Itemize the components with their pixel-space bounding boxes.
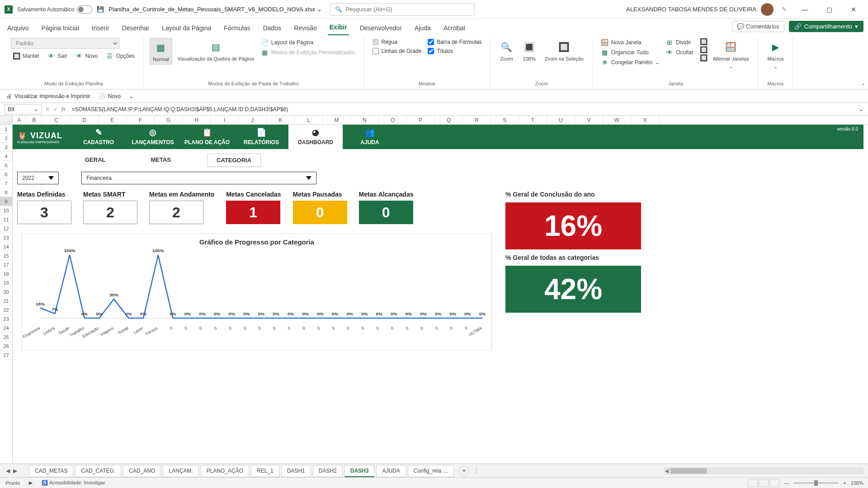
- dividir[interactable]: ⊞Dividir: [664, 38, 695, 47]
- layout-view[interactable]: 📄Layout da Página: [259, 38, 358, 47]
- view-buttons[interactable]: [748, 479, 779, 487]
- organizar[interactable]: ▦Organizar Tudo: [599, 48, 661, 57]
- row-18[interactable]: 18: [0, 269, 12, 278]
- sheet-tab[interactable]: Config_rela …: [408, 465, 454, 477]
- minimize-button[interactable]: —: [795, 3, 815, 16]
- row-21[interactable]: 21: [0, 296, 12, 305]
- autosave-toggle[interactable]: Salvamento Automático: [17, 5, 92, 14]
- pagebreak-view[interactable]: ▤Visualização da Quebra de Página: [175, 38, 257, 64]
- chk-titulos[interactable]: Títulos: [426, 47, 483, 55]
- zoom100-btn[interactable]: 🔳100%: [519, 38, 539, 64]
- zoomsel-btn[interactable]: 🔲Zoom na Seleção: [542, 38, 586, 64]
- name-box[interactable]: B9⌄: [5, 104, 42, 114]
- col-O[interactable]: O: [379, 116, 407, 124]
- sheet-tab[interactable]: DASH1: [281, 465, 311, 477]
- zoom-in[interactable]: +: [843, 480, 846, 486]
- subtab-geral[interactable]: GERAL: [76, 154, 115, 167]
- dash-tab-cadastro[interactable]: ✎CADASTRO: [71, 125, 126, 149]
- row-13[interactable]: 13: [0, 233, 12, 242]
- row-2[interactable]: 2: [0, 134, 12, 143]
- col-N[interactable]: N: [351, 116, 379, 124]
- col-C[interactable]: C: [42, 116, 71, 124]
- row-19[interactable]: 19: [0, 278, 12, 287]
- dash-tab-relatórios[interactable]: 📄RELATÓRIOS: [234, 125, 288, 149]
- menu-exibir[interactable]: Exibir: [328, 21, 349, 35]
- chk-barra[interactable]: Barra de Fórmulas: [426, 38, 483, 46]
- nova-janela[interactable]: 🪟Nova Janela: [599, 38, 661, 47]
- row-15[interactable]: 15: [0, 251, 12, 260]
- col-K[interactable]: K: [267, 116, 295, 124]
- row-20[interactable]: 20: [0, 287, 12, 296]
- qat-dropdown[interactable]: ⌄: [129, 93, 133, 99]
- row-8[interactable]: 8: [0, 188, 12, 197]
- sheet-tab[interactable]: CAD_CATEG.: [75, 465, 121, 477]
- category-dropdown[interactable]: Financeira: [81, 172, 316, 184]
- menu-inicio[interactable]: Página Inicial: [39, 22, 80, 35]
- maximize-button[interactable]: ▢: [819, 3, 839, 16]
- menu-dados[interactable]: Dados: [261, 22, 283, 35]
- more-tabs[interactable]: ⋮: [474, 468, 479, 474]
- row-17[interactable]: 17: [0, 260, 12, 269]
- row-27[interactable]: 27: [0, 351, 12, 360]
- row-23[interactable]: 23: [0, 314, 12, 324]
- row-6[interactable]: 6: [0, 170, 12, 179]
- menu-ajuda[interactable]: Ajuda: [413, 22, 433, 35]
- sheet-tab[interactable]: CAD_ANO: [123, 465, 161, 477]
- macro-icon[interactable]: ▶: [29, 480, 33, 486]
- dash-tab-dashboard[interactable]: ◕DASHBOARD: [288, 125, 343, 149]
- menu-revisao[interactable]: Revisão: [292, 22, 319, 35]
- ocultar[interactable]: 👁Ocultar: [664, 48, 695, 57]
- win-icon[interactable]: 🔲: [700, 38, 708, 45]
- col-R[interactable]: R: [463, 116, 491, 124]
- menu-arquivo[interactable]: Arquivo: [5, 22, 30, 35]
- col-E[interactable]: E: [99, 116, 127, 124]
- row-7[interactable]: 7: [0, 179, 12, 188]
- row-1[interactable]: 1: [0, 125, 12, 134]
- col-H[interactable]: H: [183, 116, 211, 124]
- sheet-tab[interactable]: PLANO_AÇÃO: [201, 465, 249, 477]
- avatar[interactable]: [761, 3, 774, 16]
- win-icon[interactable]: 🔲: [700, 46, 708, 53]
- col-I[interactable]: I: [211, 116, 239, 124]
- share-button[interactable]: 🔗 Compartilhamento ▾: [789, 21, 863, 32]
- close-button[interactable]: ✕: [844, 3, 863, 16]
- sheet-tab[interactable]: DASH3: [344, 465, 375, 477]
- col-S[interactable]: S: [491, 116, 519, 124]
- col-P[interactable]: P: [407, 116, 435, 124]
- subtab-metas[interactable]: METAS: [142, 154, 180, 167]
- novo-btn[interactable]: 📄Novo: [99, 93, 121, 99]
- zoom-value[interactable]: 100%: [851, 480, 863, 486]
- save-icon[interactable]: 💾: [97, 6, 104, 13]
- row-14[interactable]: 14: [0, 242, 12, 251]
- menu-dev[interactable]: Desenvolvedor: [358, 22, 404, 35]
- formula-input[interactable]: =SOMASES(LANÇAM.!P:P;LANÇAM.!Q:Q;DASH3!$…: [69, 105, 855, 113]
- macros[interactable]: ▶Macros ⌄: [764, 38, 786, 71]
- col-Q[interactable]: Q: [435, 116, 463, 124]
- col-J[interactable]: J: [239, 116, 267, 124]
- col-B[interactable]: B: [26, 116, 42, 124]
- row-24[interactable]: 24: [0, 324, 12, 333]
- sheet-tab[interactable]: AJUDA: [376, 465, 406, 477]
- subtab-categoria[interactable]: CATEGORIA: [207, 154, 261, 167]
- menu-acrobat[interactable]: Acrobat: [442, 22, 467, 35]
- dash-tab-plano de ação[interactable]: 📋PLANO DE AÇÃO: [180, 125, 234, 149]
- col-L[interactable]: L: [295, 116, 323, 124]
- col-T[interactable]: T: [519, 116, 547, 124]
- col-A[interactable]: A: [13, 116, 26, 124]
- sair-btn[interactable]: 👁Sair: [46, 52, 69, 61]
- row-5[interactable]: 5: [0, 161, 12, 170]
- print-preview[interactable]: 🖨Visualizar Impressão e Imprimir: [6, 93, 90, 99]
- col-X[interactable]: X: [631, 116, 659, 124]
- fx-icon[interactable]: fx: [61, 106, 66, 113]
- col-D[interactable]: D: [71, 116, 99, 124]
- sheet-content[interactable]: 🦉 VIZUALPLANILHAS EMPRESARIAIS ✎CADASTRO…: [13, 125, 868, 464]
- search-input[interactable]: [346, 6, 470, 13]
- cancel-icon[interactable]: ✕: [45, 106, 50, 113]
- pen-icon[interactable]: ✎: [782, 6, 787, 13]
- manter-btn[interactable]: 🔲Manter: [11, 52, 41, 61]
- menu-layout[interactable]: Layout da Página: [160, 22, 213, 35]
- row-11[interactable]: 11: [0, 215, 12, 224]
- row-25[interactable]: 25: [0, 333, 12, 342]
- row-22[interactable]: 22: [0, 305, 12, 314]
- win-icon[interactable]: 🔲: [700, 54, 708, 61]
